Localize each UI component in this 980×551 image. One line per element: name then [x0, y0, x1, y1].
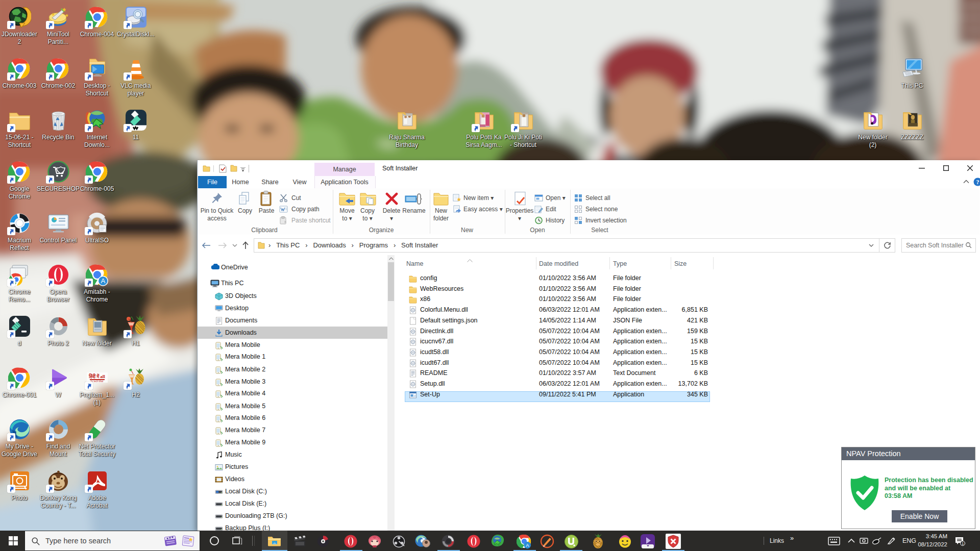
svg-text:A: A — [526, 543, 529, 548]
svg-text:हिंदी में all: हिंदी में all — [88, 373, 105, 379]
svg-text:?: ? — [976, 179, 979, 186]
svg-text:A: A — [101, 277, 105, 285]
svg-text:1: 1 — [962, 541, 964, 546]
